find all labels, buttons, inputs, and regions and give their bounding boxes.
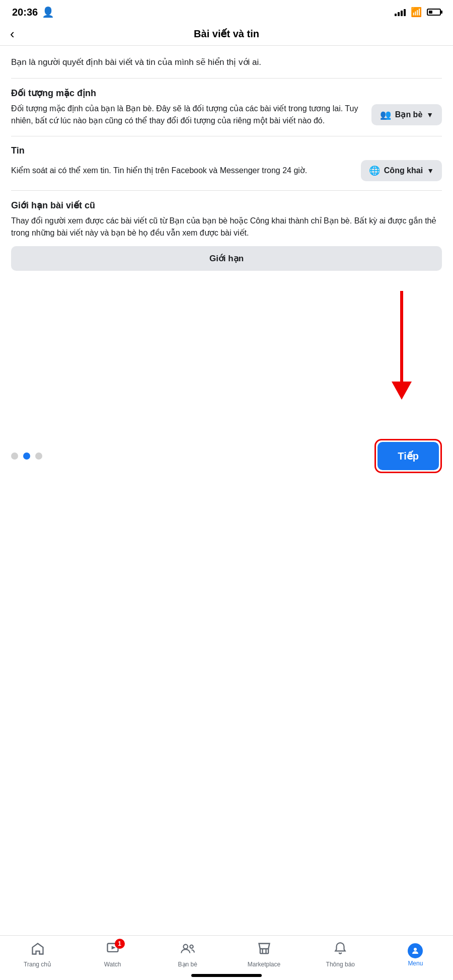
step-dots	[11, 453, 42, 460]
friends-nav-icon	[180, 942, 195, 959]
story-row: Kiểm soát ai có thể xem tin. Tin hiển th…	[11, 160, 442, 181]
status-icons: 📶	[395, 7, 441, 18]
audience-dropdown-button[interactable]: 👥 Bạn bè ▼	[371, 104, 442, 125]
nav-items-container: Trang chủ 1 Watch	[0, 936, 453, 972]
arrow-head	[392, 382, 412, 400]
marketplace-icon	[257, 942, 271, 959]
nav-item-notifications[interactable]: Thông báo	[320, 940, 360, 970]
dot-3	[35, 453, 42, 460]
dot-2	[23, 453, 30, 460]
svg-point-3	[190, 945, 193, 948]
audience-btn-label: Bạn bè	[395, 110, 422, 119]
chevron-down-icon-2: ▼	[427, 167, 434, 175]
status-time: 20:36 👤	[12, 6, 54, 18]
svg-point-2	[183, 944, 188, 949]
intro-text: Bạn là người quyết định bài viết và tin …	[11, 56, 442, 69]
default-audience-title: Đối tượng mặc định	[11, 88, 442, 99]
red-arrow-indicator	[392, 291, 412, 400]
next-button[interactable]: Tiếp	[378, 442, 439, 470]
watch-icon: 1	[106, 942, 120, 959]
bottom-navigation: Trang chủ 1 Watch	[0, 935, 453, 980]
story-audience-button[interactable]: 🌐 Công khai ▼	[361, 160, 442, 181]
menu-avatar-icon	[408, 943, 423, 958]
divider-2	[11, 136, 442, 136]
bell-icon	[334, 942, 347, 959]
default-audience-row: Đối tượng mặc định của bạn là Bạn bè. Đâ…	[11, 103, 442, 127]
home-icon	[31, 942, 45, 959]
header: ‹ Bài viết và tin	[0, 22, 453, 46]
next-button-wrapper: Tiếp	[374, 439, 442, 473]
time-display: 20:36	[12, 7, 38, 18]
status-bar: 20:36 👤 📶	[0, 0, 453, 22]
default-audience-section: Đối tượng mặc định Đối tượng mặc định củ…	[11, 88, 442, 127]
nav-item-menu[interactable]: Menu	[395, 941, 435, 969]
arrow-line	[400, 291, 403, 382]
nav-label-home: Trang chủ	[24, 961, 51, 968]
nav-item-home[interactable]: Trang chủ	[18, 940, 58, 970]
back-button[interactable]: ‹	[10, 27, 15, 40]
divider-3	[11, 190, 442, 191]
globe-icon: 🌐	[369, 165, 380, 176]
nav-label-menu: Menu	[408, 960, 423, 967]
limit-section: Giới hạn bài viết cũ Thay đổi người xem …	[11, 200, 442, 271]
watch-badge: 1	[115, 939, 125, 949]
user-icon: 👤	[42, 6, 54, 18]
nav-label-notifications: Thông báo	[326, 961, 355, 968]
chevron-down-icon: ▼	[426, 111, 433, 119]
battery-icon	[427, 9, 441, 16]
nav-label-marketplace: Marketplace	[248, 961, 280, 968]
nav-item-marketplace[interactable]: Marketplace	[243, 940, 285, 970]
wifi-icon: 📶	[411, 7, 422, 18]
nav-label-watch: Watch	[104, 961, 121, 968]
svg-point-6	[414, 948, 417, 951]
nav-label-friends: Bạn bè	[178, 961, 197, 968]
bottom-action-bar: Tiếp	[0, 432, 453, 478]
friends-icon: 👥	[380, 109, 391, 120]
nav-item-watch[interactable]: 1 Watch	[93, 940, 133, 970]
default-audience-desc: Đối tượng mặc định của bạn là Bạn bè. Đâ…	[11, 103, 364, 127]
limit-desc: Thay đổi người xem được các bài viết cũ …	[11, 215, 442, 239]
story-btn-label: Công khai	[384, 166, 423, 175]
nav-item-friends[interactable]: Bạn bè	[168, 940, 208, 970]
svg-marker-1	[111, 946, 115, 949]
limit-title: Giới hạn bài viết cũ	[11, 200, 442, 211]
home-indicator	[191, 974, 262, 977]
main-content: Bạn là người quyết định bài viết và tin …	[0, 46, 453, 432]
story-desc: Kiểm soát ai có thể xem tin. Tin hiển th…	[11, 165, 354, 177]
arrow-area	[11, 281, 442, 422]
signal-icon	[395, 8, 406, 16]
page-title: Bài viết và tin	[194, 28, 259, 40]
dot-1	[11, 453, 18, 460]
story-title: Tin	[11, 145, 442, 156]
avatar	[408, 943, 423, 958]
limit-button[interactable]: Giới hạn	[11, 246, 442, 271]
story-section: Tin Kiểm soát ai có thể xem tin. Tin hiể…	[11, 145, 442, 181]
divider-1	[11, 78, 442, 79]
